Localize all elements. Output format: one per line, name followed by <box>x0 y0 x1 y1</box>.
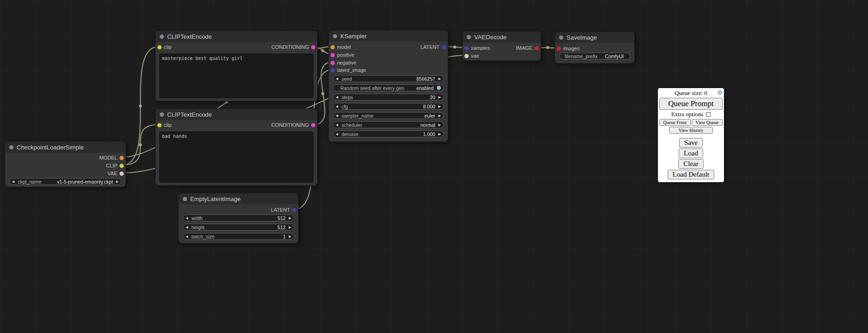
node-title-bar[interactable]: CheckpointLoaderSimple <box>5 142 126 153</box>
model-output-port[interactable] <box>120 156 124 160</box>
cfg-number-widget[interactable]: ◀ cfg 8.000 ▶ <box>333 103 444 110</box>
node-clip-text-encode-negative[interactable]: CLIPTextEncode clip CONDITIONING bad han… <box>155 108 318 186</box>
node-empty-latent-image[interactable]: EmptyLatentImage LATENT ◀ width 512 ▶ ◀ … <box>178 193 299 244</box>
load-default-button[interactable]: Load Default <box>668 170 715 179</box>
widget-value[interactable]: 8.000 <box>350 104 435 109</box>
settings-gear-icon[interactable]: ⚙ <box>717 89 723 96</box>
width-number-widget[interactable]: ◀ width 512 ▶ <box>183 214 294 221</box>
toggle-knob[interactable] <box>437 86 441 90</box>
input-label: clip <box>164 122 172 128</box>
seed-number-widget[interactable]: ◀ seed 8566257 ▶ <box>333 75 444 82</box>
decrement-arrow-icon[interactable]: ◀ <box>336 77 338 80</box>
extra-options-checkbox[interactable] <box>706 112 711 117</box>
increment-arrow-icon[interactable]: ▶ <box>116 180 119 183</box>
prompt-text-area[interactable]: bad hands <box>159 131 313 183</box>
widget-value[interactable]: 20 <box>355 95 435 100</box>
latent-output-port[interactable] <box>442 45 446 49</box>
view-history-button[interactable]: View History <box>669 127 713 134</box>
node-title-bar[interactable]: KSampler <box>329 30 448 42</box>
increment-arrow-icon[interactable]: ▶ <box>439 77 441 80</box>
decrement-arrow-icon[interactable]: ◀ <box>336 123 338 126</box>
latent-input-port[interactable] <box>331 68 335 72</box>
negative-input-port[interactable] <box>331 61 335 65</box>
decrement-arrow-icon[interactable]: ◀ <box>336 105 338 108</box>
model-input-port[interactable] <box>331 45 335 49</box>
node-collapse-dot[interactable] <box>559 36 563 40</box>
steps-number-widget[interactable]: ◀ steps 20 ▶ <box>333 94 444 101</box>
widget-value[interactable]: 1 <box>217 234 286 239</box>
latent-output-port[interactable] <box>292 208 296 212</box>
clip-input-port[interactable] <box>157 123 162 127</box>
decrement-arrow-icon[interactable]: ◀ <box>186 226 188 229</box>
widget-value[interactable]: ComfyUI <box>599 54 624 59</box>
vae-output-port[interactable] <box>120 172 124 176</box>
node-collapse-dot[interactable] <box>467 35 471 39</box>
widget-value[interactable]: 512 <box>205 215 286 221</box>
load-button[interactable]: Load <box>679 149 703 158</box>
node-ksampler[interactable]: KSampler model positive negative latent_… <box>328 30 448 142</box>
save-button[interactable]: Save <box>679 138 703 148</box>
decrement-arrow-icon[interactable]: ◀ <box>12 180 14 183</box>
extra-options-row: Extra options <box>659 111 723 118</box>
widget-label: filename_prefix <box>565 54 597 59</box>
samples-input-port[interactable] <box>464 46 469 50</box>
node-collapse-dot[interactable] <box>160 113 164 117</box>
widget-label: Random seed after every gen <box>340 85 404 91</box>
widget-value[interactable]: euler <box>375 113 435 119</box>
widget-value[interactable]: normal <box>364 122 435 128</box>
decrement-arrow-icon[interactable]: ◀ <box>336 95 338 99</box>
decrement-arrow-icon[interactable]: ◀ <box>336 132 338 136</box>
node-title-bar[interactable]: VAEDecode <box>463 31 541 42</box>
increment-arrow-icon[interactable]: ▶ <box>439 95 441 99</box>
node-clip-text-encode-positive[interactable]: CLIPTextEncode clip CONDITIONING masterp… <box>155 30 318 101</box>
decrement-arrow-icon[interactable]: ◀ <box>186 216 188 220</box>
conditioning-output-port[interactable] <box>311 45 315 49</box>
increment-arrow-icon[interactable]: ▶ <box>439 105 441 108</box>
queue-prompt-button[interactable]: Queue Prompt <box>659 98 723 110</box>
increment-arrow-icon[interactable]: ▶ <box>439 114 441 117</box>
comfy-menu-panel[interactable]: Queue size: 0 ⚙ Queue Prompt Extra optio… <box>658 88 724 182</box>
increment-arrow-icon[interactable]: ▶ <box>289 235 291 238</box>
queue-front-button[interactable]: Queue Front <box>659 119 691 126</box>
widget-value[interactable]: 1.000 <box>360 131 435 137</box>
batch-size-number-widget[interactable]: ◀ batch_size 1 ▶ <box>183 233 294 240</box>
denoise-number-widget[interactable]: ◀ denoise 1.000 ▶ <box>333 131 444 137</box>
widget-value[interactable]: 512 <box>206 225 286 230</box>
widget-value[interactable]: v1-5-pruned-emaonly.ckpt <box>43 179 113 184</box>
node-title-bar[interactable]: SaveImage <box>555 32 634 43</box>
random-seed-toggle-widget[interactable]: Random seed after every gen enabled <box>333 84 444 91</box>
node-checkpoint-loader-simple[interactable]: CheckpointLoaderSimple MODEL CLIP VAE ◀ … <box>5 141 126 187</box>
filename-prefix-text-widget[interactable]: filename_prefix ComfyUI <box>559 53 630 59</box>
conditioning-output-port[interactable] <box>311 123 315 127</box>
vae-input-port[interactable] <box>464 54 469 58</box>
clip-input-port[interactable] <box>157 45 162 49</box>
node-collapse-dot[interactable] <box>183 197 187 201</box>
input-label: negative <box>337 60 356 65</box>
prompt-text-area[interactable]: masterpiece best quality girl <box>159 54 313 98</box>
node-vae-decode[interactable]: VAEDecode samples vae IMAGE <box>462 31 541 61</box>
image-output-port[interactable] <box>535 46 539 50</box>
ckpt-name-combo-widget[interactable]: ◀ ckpt_name v1-5-pruned-emaonly.ckpt ▶ <box>9 178 121 185</box>
node-title-bar[interactable]: CLIPTextEncode <box>156 31 317 42</box>
node-title-bar[interactable]: EmptyLatentImage <box>179 193 298 204</box>
node-save-image[interactable]: SaveImage images filename_prefix ComfyUI <box>555 31 635 64</box>
sampler-name-combo-widget[interactable]: ◀ sampler_name euler ▶ <box>333 112 444 119</box>
view-queue-button[interactable]: View Queue <box>692 119 723 126</box>
widget-value[interactable]: 8566257 <box>354 76 435 82</box>
node-collapse-dot[interactable] <box>9 145 13 149</box>
height-number-widget[interactable]: ◀ height 512 ▶ <box>183 224 294 231</box>
increment-arrow-icon[interactable]: ▶ <box>289 226 291 229</box>
clip-output-port[interactable] <box>120 164 124 168</box>
decrement-arrow-icon[interactable]: ◀ <box>186 235 188 238</box>
node-collapse-dot[interactable] <box>160 35 164 39</box>
increment-arrow-icon[interactable]: ▶ <box>439 123 441 126</box>
node-collapse-dot[interactable] <box>333 34 337 38</box>
scheduler-combo-widget[interactable]: ◀ scheduler normal ▶ <box>333 121 444 128</box>
positive-input-port[interactable] <box>331 53 335 57</box>
increment-arrow-icon[interactable]: ▶ <box>289 216 291 220</box>
clear-button[interactable]: Clear <box>678 159 703 169</box>
increment-arrow-icon[interactable]: ▶ <box>439 132 441 136</box>
decrement-arrow-icon[interactable]: ◀ <box>336 114 338 117</box>
node-title-bar[interactable]: CLIPTextEncode <box>156 109 317 120</box>
images-input-port[interactable] <box>557 47 561 51</box>
